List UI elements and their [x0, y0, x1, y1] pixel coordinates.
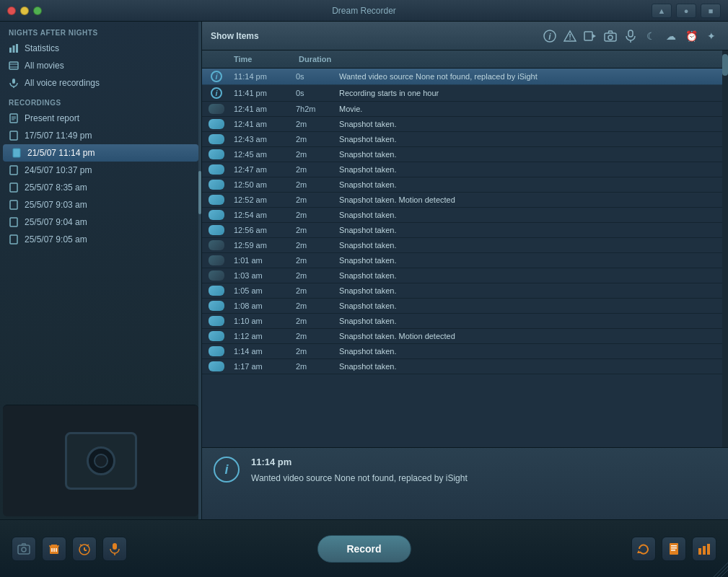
row-time-cell: 1:01 am	[231, 256, 296, 265]
filter-camera-icon[interactable]	[602, 28, 618, 44]
camera-blue-indicator	[209, 164, 224, 175]
filter-star-icon[interactable]: ✦	[703, 28, 719, 44]
sidebar-item-r5[interactable]: 25/5/07 9:03 am	[0, 196, 201, 213]
statistics-label: Statistics	[25, 43, 59, 53]
filter-info-icon[interactable]: i	[542, 28, 558, 44]
table-row[interactable]: 12:56 am 2m Snapshot taken.	[202, 223, 728, 238]
row-time-cell: 11:14 pm	[231, 72, 296, 81]
table-row[interactable]: 1:01 am 2m Snapshot taken.	[202, 253, 728, 268]
table-row[interactable]: 12:43 am 2m Snapshot taken.	[202, 132, 728, 147]
sidebar-item-r1[interactable]: 17/5/07 11:49 pm	[0, 127, 201, 144]
doc-icon-r3	[9, 165, 19, 175]
sidebar-item-r4[interactable]: 25/5/07 8:35 am	[0, 179, 201, 196]
bottom-toolbar: Record	[0, 519, 728, 577]
filter-alarm-icon[interactable]: ⏰	[683, 28, 699, 44]
table-row[interactable]: 1:05 am 2m Snapshot taken.	[202, 283, 728, 299]
toolbar-btn-export[interactable]	[662, 537, 686, 561]
table-row[interactable]: 12:52 am 2m Snapshot taken. Motion detec…	[202, 193, 728, 208]
r5-label: 25/5/07 9:03 am	[25, 200, 87, 210]
row-desc-cell: Snapshot taken. Motion detected	[339, 195, 728, 204]
row-icon-cell	[202, 180, 231, 190]
table-row[interactable]: 12:47 am 2m Snapshot taken.	[202, 162, 728, 177]
filter-warning-icon[interactable]: !	[562, 28, 578, 44]
action-btn-1[interactable]: ▲	[652, 4, 672, 18]
action-btn-3[interactable]: ■	[701, 4, 721, 18]
filter-video-icon[interactable]	[582, 28, 598, 44]
toolbar-btn-stats[interactable]	[692, 537, 716, 561]
table-row[interactable]: 1:10 am 2m Snapshot taken.	[202, 314, 728, 329]
sidebar-item-statistics[interactable]: Statistics	[0, 40, 201, 57]
camera-blue-indicator	[209, 195, 224, 205]
svg-rect-12	[10, 131, 17, 140]
window-controls[interactable]	[7, 6, 42, 15]
table-row[interactable]: 1:14 am 2m Snapshot taken.	[202, 344, 728, 359]
camera-lens-inner	[94, 454, 108, 468]
table-row[interactable]: 12:59 am 2m Snapshot taken.	[202, 238, 728, 253]
camera-blue-indicator	[209, 180, 224, 190]
filter-cloud-icon[interactable]: ☁	[663, 28, 679, 44]
table-row[interactable]: 12:50 am 2m Snapshot taken.	[202, 177, 728, 193]
record-button[interactable]: Record	[317, 535, 411, 563]
maximize-button[interactable]	[33, 6, 42, 15]
doc-icon-r1	[9, 131, 19, 141]
toolbar-btn-refresh[interactable]	[631, 537, 656, 561]
info-icon: i	[211, 71, 222, 82]
toolbar-btn-mic[interactable]	[102, 537, 127, 561]
row-duration-cell: 2m	[296, 362, 339, 371]
sidebar-item-r7[interactable]: 25/5/07 9:05 am	[0, 231, 201, 248]
r6-label: 25/5/07 9:04 am	[25, 217, 87, 227]
sidebar-item-present[interactable]: Present report	[0, 110, 201, 127]
table-row[interactable]: 1:12 am 2m Snapshot taken. Motion detect…	[202, 329, 728, 344]
diagonal-decoration	[714, 563, 728, 577]
filter-mic-icon[interactable]	[623, 28, 639, 44]
sidebar-scroll-thumb[interactable]	[198, 171, 201, 214]
sidebar-item-r6[interactable]: 25/5/07 9:04 am	[0, 213, 201, 231]
camera-dark-indicator	[209, 104, 224, 114]
row-desc-cell: Snapshot taken.	[339, 150, 728, 159]
row-duration-cell: 2m	[296, 301, 339, 310]
sidebar-item-r3[interactable]: 24/5/07 10:37 pm	[0, 162, 201, 179]
detail-content: 11:14 pm Wanted video source None not fo…	[251, 457, 716, 483]
table-row[interactable]: 12:41 am 7h2m Movie.	[202, 102, 728, 117]
row-desc-cell: Snapshot taken.	[339, 241, 728, 250]
camera-blue-indicator	[209, 331, 224, 341]
toolbar-btn-delete[interactable]	[42, 537, 66, 561]
toolbar-btn-alarm[interactable]	[72, 537, 97, 561]
table-row[interactable]: 12:54 am 2m Snapshot taken.	[202, 208, 728, 223]
sidebar: NIGHTS AFTER NIGHTS Statistics All movie…	[0, 22, 202, 519]
toolbar-right	[631, 537, 716, 561]
row-time-cell: 12:50 am	[231, 180, 296, 189]
sidebar-item-voice[interactable]: All voice recordings	[0, 74, 201, 92]
svg-rect-13	[13, 149, 20, 157]
title-bar-actions[interactable]: ▲ ● ■	[652, 4, 721, 18]
voice-label: All voice recordings	[25, 78, 100, 88]
table-row[interactable]: 1:08 am 2m Snapshot taken.	[202, 299, 728, 314]
row-time-cell: 12:41 am	[231, 120, 296, 128]
table-scroll-thumb[interactable]	[722, 54, 728, 76]
table-scrollbar[interactable]	[722, 50, 728, 447]
sidebar-item-r2[interactable]: 21/5/07 11:14 pm	[3, 144, 198, 162]
table-row[interactable]: i 11:41 pm 0s Recording starts in one ho…	[202, 85, 728, 102]
table-row[interactable]: 12:41 am 2m Snapshot taken.	[202, 117, 728, 132]
bar-chart-icon	[9, 43, 19, 53]
row-time-cell: 1:08 am	[231, 301, 296, 310]
row-icon-cell	[202, 255, 231, 265]
table-row[interactable]: 1:17 am 2m Snapshot taken.	[202, 359, 728, 374]
minimize-button[interactable]	[20, 6, 29, 15]
table-row[interactable]: i 11:14 pm 0s Wanted video source None n…	[202, 69, 728, 85]
action-btn-2[interactable]: ●	[676, 4, 696, 18]
svg-rect-2	[16, 44, 18, 53]
row-desc-cell: Snapshot taken.	[339, 226, 728, 234]
row-duration-cell: 2m	[296, 150, 339, 159]
table-row[interactable]: 1:03 am 2m Snapshot taken.	[202, 268, 728, 283]
toolbar-btn-camera[interactable]	[12, 537, 36, 561]
sidebar-scrollbar[interactable]	[198, 22, 201, 519]
camera-blue-indicator	[209, 286, 224, 296]
close-button[interactable]	[7, 6, 16, 15]
row-duration-cell: 2m	[296, 286, 339, 295]
table-row[interactable]: 12:45 am 2m Snapshot taken.	[202, 147, 728, 162]
row-duration-cell: 2m	[296, 211, 339, 219]
doc-icon-r4	[9, 182, 19, 193]
filter-moon-icon[interactable]: ☾	[643, 28, 659, 44]
sidebar-item-movies[interactable]: All movies	[0, 57, 201, 74]
